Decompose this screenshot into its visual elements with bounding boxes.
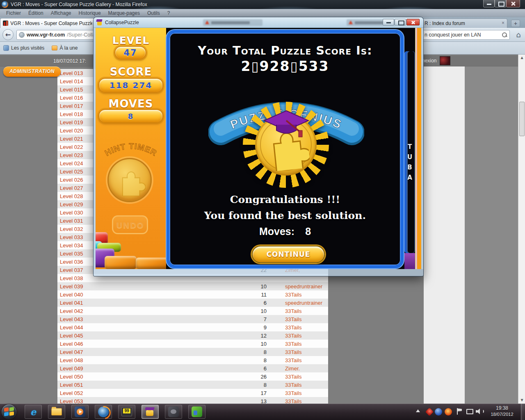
menu-aide[interactable]: ?	[164, 9, 174, 17]
volume-icon[interactable]	[476, 408, 483, 415]
level-link[interactable]: Level 036	[60, 259, 83, 265]
player-link[interactable]: 33Tails	[285, 333, 301, 339]
administration-button[interactable]: ADMINISTRATION	[3, 66, 61, 77]
game-minimize-button[interactable]	[383, 19, 394, 25]
level-link[interactable]: Level 047	[60, 349, 83, 355]
taskbar-firefox[interactable]	[95, 405, 112, 419]
bookmark-most-visited[interactable]: Les plus visités	[3, 45, 44, 51]
window-minimize-button[interactable]	[483, 0, 495, 7]
game-close-button[interactable]	[406, 19, 420, 25]
window-close-button[interactable]	[506, 0, 520, 7]
taskbar-app-dark[interactable]	[165, 405, 182, 419]
player-link[interactable]: 33Tails	[285, 316, 301, 322]
level-link[interactable]: Level 021	[60, 136, 83, 142]
player-link[interactable]: 33Tails	[285, 398, 301, 404]
new-tab-button[interactable]: +	[511, 20, 520, 27]
start-button[interactable]	[2, 404, 16, 419]
level-link[interactable]: Level 033	[60, 234, 83, 240]
menu-marque-pages[interactable]: Marque-pages	[105, 9, 144, 17]
scroll-down-arrow[interactable]: ▼	[519, 397, 525, 404]
taskbar-internet-explorer[interactable]: e	[25, 405, 42, 419]
level-link[interactable]: Level 031	[60, 218, 83, 224]
url-bar[interactable]: www.vgr-fr.com /Super-Collap	[16, 30, 95, 40]
network-icon[interactable]	[466, 408, 473, 415]
level-link[interactable]: Level 049	[60, 365, 83, 372]
level-link[interactable]: Level 043	[60, 316, 83, 322]
level-link[interactable]: Level 045	[60, 333, 83, 339]
player-link[interactable]: Zimer.	[285, 365, 300, 372]
level-link[interactable]: Level 019	[60, 119, 83, 126]
level-link[interactable]: Level 016	[60, 95, 83, 101]
taskbar-clock[interactable]: 19:38 18/07/2012	[487, 405, 517, 417]
player-link[interactable]: speedruntrainer	[285, 300, 322, 306]
player-link[interactable]: 33Tails	[285, 357, 301, 363]
search-icon[interactable]	[502, 32, 507, 37]
level-link[interactable]: Level 035	[60, 251, 83, 257]
scrollbar-thumb[interactable]	[519, 102, 525, 136]
player-link[interactable]: 33Tails	[285, 341, 301, 347]
level-link[interactable]: Level 022	[60, 144, 83, 150]
level-link[interactable]: Level 034	[60, 242, 83, 249]
level-link[interactable]: Level 040	[60, 292, 83, 298]
game-maximize-button[interactable]	[395, 19, 406, 25]
browser-scrollbar[interactable]: ▲ ▼	[518, 55, 525, 404]
tab-vgr-index-forum[interactable]: R : Index du forum ×	[422, 18, 507, 28]
level-link[interactable]: Level 032	[60, 226, 83, 232]
player-link[interactable]: 33Tails	[285, 390, 301, 396]
menu-outils[interactable]: Outils	[144, 9, 164, 17]
level-link[interactable]: Level 029	[60, 201, 83, 208]
taskbar-collapse-puzzle-active[interactable]	[142, 405, 159, 419]
player-link[interactable]: 33Tails	[285, 374, 301, 380]
level-link[interactable]: Level 020	[60, 128, 83, 134]
logout-avatar-icon[interactable]	[440, 56, 450, 65]
level-link[interactable]: Level 052	[60, 390, 83, 396]
back-button[interactable]: ←	[2, 29, 14, 40]
game-titlebar[interactable]: CollapsePuzzle	[94, 17, 423, 28]
level-link[interactable]: Level 038	[60, 275, 83, 281]
level-link[interactable]: Level 023	[60, 152, 83, 158]
level-link[interactable]: Level 017	[60, 103, 83, 109]
level-link[interactable]: Level 030	[60, 210, 83, 216]
level-link[interactable]: Level 026	[60, 177, 83, 183]
level-link[interactable]: Level 027	[60, 185, 83, 191]
tab-active-vgr-moves[interactable]: VGR : Moves - Super Collapse Puzzle .	[0, 18, 95, 28]
show-desktop-button[interactable]	[521, 404, 525, 420]
level-link[interactable]: Level 039	[60, 283, 83, 290]
taskbar-media-player[interactable]	[71, 405, 89, 419]
menu-affichage[interactable]: Affichage	[47, 9, 75, 17]
level-link[interactable]: Level 048	[60, 357, 83, 363]
level-link[interactable]: Level 050	[60, 374, 83, 380]
level-link[interactable]: Level 024	[60, 160, 83, 167]
player-link[interactable]: 33Tails	[285, 292, 301, 298]
level-link[interactable]: Level 028	[60, 193, 83, 199]
menu-historique[interactable]: Historique	[75, 9, 105, 17]
taskbar-explorer[interactable]	[48, 405, 65, 419]
level-link[interactable]: Level 051	[60, 382, 83, 388]
tab-close-icon[interactable]: ×	[502, 20, 504, 26]
show-hidden-icons-chevron[interactable]	[416, 409, 420, 412]
level-link[interactable]: Level 018	[60, 111, 83, 117]
action-center-flag-icon[interactable]	[456, 408, 463, 415]
player-link[interactable]: 33Tails	[285, 349, 301, 355]
level-link[interactable]: Level 014	[60, 78, 83, 84]
level-link[interactable]: Level 037	[60, 267, 83, 273]
tray-red-app-icon[interactable]	[425, 408, 434, 416]
taskbar-app-99[interactable]: 99	[118, 405, 135, 419]
menu-fichier[interactable]: Fichier	[2, 9, 25, 17]
menu-edition[interactable]: Édition	[25, 9, 47, 17]
player-link[interactable]: 33Tails	[285, 308, 301, 314]
search-input[interactable]: n conquest jouer en LAN	[422, 30, 510, 40]
level-link[interactable]: Level 041	[60, 300, 83, 306]
level-link[interactable]: Level 025	[60, 169, 83, 175]
hint-timer-medallion[interactable]	[107, 158, 152, 202]
taskbar-app-green[interactable]	[188, 405, 205, 419]
level-link[interactable]: Level 046	[60, 341, 83, 347]
level-link[interactable]: Level 053	[60, 398, 83, 404]
level-link[interactable]: Level 044	[60, 324, 83, 331]
undo-button[interactable]: UNDO	[112, 215, 148, 234]
player-link[interactable]: speedruntrainer	[285, 283, 322, 290]
tray-blue-app-icon[interactable]	[435, 408, 442, 415]
level-link[interactable]: Level 042	[60, 308, 83, 314]
player-link[interactable]: 33Tails	[285, 324, 301, 331]
tray-orange-app-icon[interactable]	[445, 408, 452, 415]
